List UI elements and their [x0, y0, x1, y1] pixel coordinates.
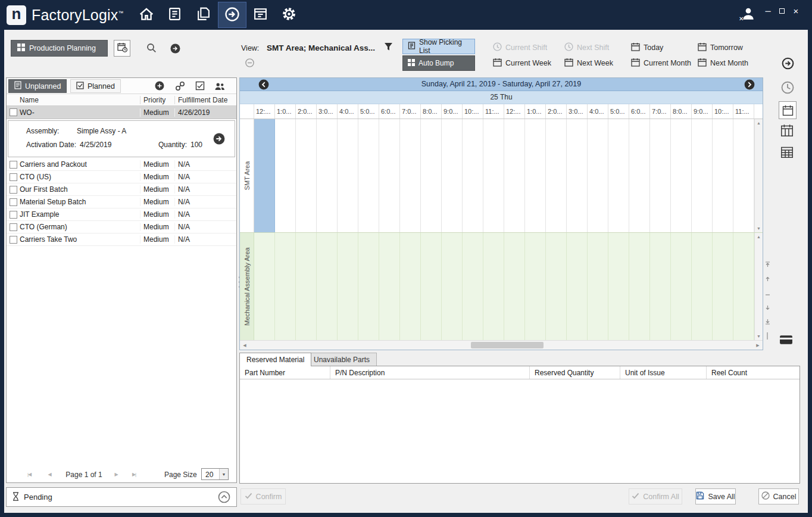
schedule-cell[interactable] [629, 119, 650, 232]
schedule-cell[interactable] [338, 119, 358, 232]
people-icon[interactable] [214, 82, 225, 92]
link-icon[interactable] [175, 81, 185, 93]
schedule-cell[interactable] [608, 119, 629, 232]
schedule-cell[interactable] [421, 233, 442, 340]
time-scale-icon[interactable] [781, 81, 794, 94]
schedule-cell[interactable] [525, 119, 546, 232]
current-week-button[interactable]: Current Week [493, 58, 551, 68]
schedule-cell[interactable] [442, 119, 463, 232]
today-button[interactable]: Today [631, 42, 663, 53]
row-checkbox[interactable] [10, 186, 17, 194]
table-row[interactable]: CTO (German)MediumN/A [7, 221, 236, 233]
schedule-cell[interactable] [275, 233, 296, 340]
logout-user-button[interactable]: ✕ [741, 6, 757, 23]
filter-icon[interactable] [384, 42, 393, 53]
column-header[interactable]: Unit of Issue [620, 366, 707, 379]
column-header[interactable]: Reel Count [707, 366, 799, 379]
schedule-cell[interactable] [296, 119, 317, 232]
column-header[interactable]: Part Number [240, 366, 330, 379]
row-checkbox[interactable] [10, 236, 17, 244]
schedule-cell[interactable] [483, 233, 504, 340]
schedule-cell[interactable] [379, 233, 400, 340]
view-value[interactable]: SMT Area; Mechanical Ass... [267, 43, 375, 52]
scroll-down-icon[interactable]: ▼ [757, 226, 761, 231]
nav-home-button[interactable] [132, 2, 161, 28]
planning-board-button[interactable] [114, 40, 130, 57]
scroll-up-small-icon[interactable] [765, 275, 770, 284]
schedule-cell[interactable] [567, 233, 588, 340]
schedule-cell[interactable] [650, 233, 671, 340]
save-all-button[interactable]: Save All [695, 488, 736, 504]
scroll-down-small-icon[interactable] [765, 304, 770, 312]
nav-production-button[interactable] [161, 2, 189, 28]
schedule-cell[interactable] [504, 233, 525, 340]
scrollbar-thumb[interactable] [471, 342, 544, 348]
schedule-cell[interactable] [254, 119, 275, 232]
schedule-cell[interactable] [629, 233, 650, 340]
row-checkbox[interactable] [10, 223, 17, 231]
schedule-cell[interactable] [546, 119, 567, 232]
vertical-scrollbar[interactable]: ▲ ▼ [754, 119, 763, 232]
horizontal-scrollbar[interactable]: ◀ ▶ [240, 340, 763, 350]
schedule-cell[interactable] [567, 119, 588, 232]
current-month-button[interactable]: Current Month [631, 58, 691, 68]
schedule-cell[interactable] [692, 119, 713, 232]
schedule-cell[interactable] [442, 233, 463, 340]
table-row[interactable]: Our First BatchMediumN/A [7, 183, 236, 196]
smt-grid[interactable] [254, 119, 754, 232]
tab-unavailable-parts[interactable]: Unavailable Parts [307, 353, 377, 366]
schedule-cell[interactable] [671, 233, 692, 340]
schedule-cell[interactable] [358, 119, 379, 232]
show-picking-list-button[interactable]: Show Picking List [402, 39, 475, 54]
minimize-button[interactable]: ─ [762, 5, 774, 17]
scroll-up-icon[interactable]: ▲ [757, 235, 761, 239]
row-checkbox[interactable] [10, 108, 17, 116]
go-to-work-order-icon[interactable] [170, 43, 180, 55]
row-checkbox[interactable] [10, 211, 17, 219]
schedule-cell[interactable] [400, 233, 421, 340]
add-work-order-icon[interactable] [155, 81, 164, 92]
nav-materials-button[interactable] [189, 2, 218, 28]
schedule-cell[interactable] [713, 233, 733, 340]
row-checkbox[interactable] [10, 161, 17, 169]
expand-up-button[interactable] [218, 491, 230, 503]
refresh-schedule-icon[interactable] [782, 57, 794, 70]
vertical-scrollbar[interactable]: ▲ ▼ [754, 233, 763, 340]
zoom-controls[interactable] [764, 261, 771, 341]
column-header-priority[interactable]: Priority [140, 96, 174, 104]
schedule-cell[interactable] [421, 119, 442, 232]
resource-card-icon[interactable] [779, 335, 793, 345]
open-work-order-icon[interactable] [213, 133, 225, 145]
schedule-cell[interactable] [463, 119, 483, 232]
next-month-button[interactable]: Next Month [698, 58, 748, 68]
schedule-cell[interactable] [733, 233, 754, 340]
tab-unplanned[interactable]: Unplanned [8, 79, 67, 93]
tomorrow-button[interactable]: Tomorrow [698, 42, 743, 53]
month-view-button[interactable] [780, 145, 794, 158]
day-view-button[interactable] [779, 101, 797, 119]
scroll-bottom-icon[interactable] [765, 318, 770, 326]
tab-reserved-material[interactable]: Reserved Material [239, 353, 311, 366]
nav-dispatch-button[interactable] [218, 2, 246, 28]
next-week-button[interactable]: Next Week [564, 58, 613, 68]
page-size-select[interactable]: 20 ▼ [201, 468, 229, 480]
scroll-right-icon[interactable]: ▶ [753, 341, 763, 350]
zoom-handle-icon[interactable] [765, 289, 770, 298]
scroll-left-icon[interactable]: ◀ [240, 341, 249, 350]
nav-settings-button[interactable] [275, 2, 304, 28]
schedule-cell[interactable] [650, 119, 671, 232]
schedule-cell[interactable] [275, 119, 296, 232]
next-period-button[interactable] [744, 79, 755, 90]
nav-reports-button[interactable] [246, 2, 275, 28]
schedule-cell[interactable] [504, 119, 525, 232]
scroll-up-icon[interactable]: ▲ [757, 121, 761, 125]
scroll-down-icon[interactable]: ▼ [757, 334, 761, 338]
mech-grid[interactable] [254, 233, 754, 340]
close-button[interactable]: × [790, 5, 802, 17]
schedule-cell[interactable] [338, 233, 358, 340]
schedule-cell[interactable] [525, 233, 546, 340]
search-icon[interactable] [146, 43, 157, 55]
schedule-cell[interactable] [317, 119, 338, 232]
schedule-cell[interactable] [546, 233, 567, 340]
schedule-cell[interactable] [400, 119, 421, 232]
